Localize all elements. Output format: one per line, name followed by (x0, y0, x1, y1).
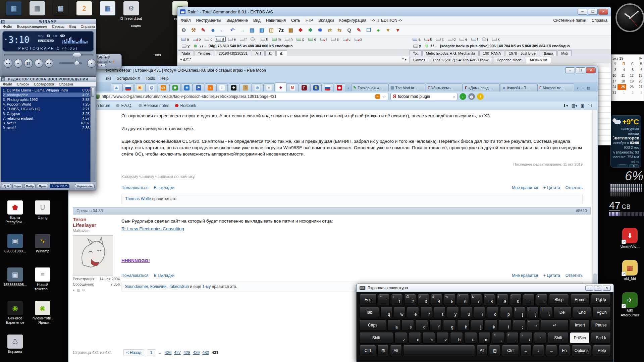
calendar-day[interactable]: 1 (618, 90, 626, 96)
drive-button[interactable]: d (215, 37, 226, 42)
key[interactable]: |\ (540, 307, 552, 318)
playlist-footer-button[interactable]: Удал (12, 184, 23, 188)
key[interactable]: Tab (359, 307, 379, 318)
key[interactable]: @2 (404, 294, 416, 305)
scrollbar-thumb[interactable] (91, 88, 94, 97)
playlist-item[interactable]: 2. photographic 4:05 (3, 93, 90, 97)
key[interactable]: s (401, 319, 414, 331)
drive-button[interactable]: r (319, 37, 329, 42)
nav-extra-button[interactable]: ↓ (460, 93, 466, 100)
drawer-pill-button[interactable]: ▼ (97, 64, 106, 67)
key[interactable]: Shift (359, 332, 393, 344)
menu-item[interactable]: Вид (69, 24, 76, 28)
liker-name[interactable]: Thomas Wolfe (125, 196, 151, 201)
drive-button[interactable]: d (446, 37, 457, 42)
drive-button[interactable]: x (353, 37, 364, 42)
drive-button[interactable]: m (270, 37, 282, 42)
desktop-icon[interactable]: ✈↗ MSI Afterburner (616, 292, 644, 317)
page-link[interactable]: 430 (202, 350, 209, 355)
key[interactable]: Shift (548, 332, 569, 344)
tab-strip-control[interactable]: › (575, 84, 580, 92)
playlist-item[interactable]: 9. axel f. 2:36 (3, 125, 90, 130)
toolbar-extra-icon[interactable]: ▣ (581, 103, 584, 108)
drive-button[interactable]: c (203, 37, 214, 42)
calendar-day[interactable]: 31 (611, 90, 618, 96)
key[interactable]: p (500, 307, 512, 318)
menu-item[interactable]: Инструменты (196, 18, 221, 23)
folder-tab[interactable]: Metro Exodus R.G. Mechaniki (422, 50, 479, 56)
drive-button[interactable]: p (295, 37, 306, 42)
desktop-icon[interactable]: ▦ (2, 1, 25, 16)
key[interactable]: #3 (418, 294, 429, 305)
key[interactable]: ^6 (457, 294, 469, 305)
folder-tab[interactable]: Даша (540, 50, 557, 56)
toolbar-button[interactable]: ← (218, 26, 227, 35)
toolbar-extra-icon[interactable]: 🖵 (588, 103, 592, 108)
menu-item[interactable]: Справка (80, 24, 95, 28)
key[interactable]: h (457, 319, 470, 331)
liker-more[interactable]: 1-му (202, 284, 211, 289)
key[interactable]: <, (492, 332, 505, 344)
playlist-footer-button[interactable]: Доб (2, 184, 11, 188)
pinned-tab[interactable]: ◗ (205, 83, 216, 92)
author-avatar[interactable] (73, 235, 113, 276)
desktop-icon[interactable]: ◉ nvidiaProfil.. - Ярлык (29, 301, 56, 335)
calendar-day[interactable]: 24 (611, 84, 618, 90)
rss-icon[interactable]: ⏦ (375, 94, 380, 99)
key[interactable]: &7 (470, 294, 482, 305)
volume-slider[interactable] (59, 62, 82, 64)
drive-button[interactable]: a (411, 37, 422, 42)
menu-item[interactable]: -> IT EDITION <- (372, 18, 402, 23)
key[interactable]: "' (527, 319, 539, 331)
toolbar-button[interactable]: ● (374, 26, 383, 35)
drive-button[interactable]: q (307, 37, 318, 42)
root-links[interactable]: \ \ .. (200, 44, 206, 48)
key[interactable]: n (464, 332, 477, 344)
key[interactable]: {[ (514, 307, 526, 318)
pinned-tab[interactable]: ✳ (181, 83, 193, 92)
drive-button[interactable]: b (423, 37, 434, 42)
calendar-day[interactable]: 2 (626, 90, 635, 96)
toolbar-button[interactable]: → (238, 26, 247, 35)
key[interactable]: Ctrl (502, 345, 519, 356)
volume-thumb[interactable] (74, 61, 79, 65)
folder-tab[interactable]: Games (410, 57, 429, 63)
menu-item[interactable]: Конфигурация (339, 18, 366, 23)
menu-item[interactable]: Выделение (226, 18, 248, 23)
key[interactable] (403, 345, 475, 356)
bookmark-link[interactable]: В закладки (154, 273, 175, 279)
search-icon[interactable]: ⌕ (453, 95, 455, 99)
key[interactable]: u (460, 307, 472, 318)
first-page-button[interactable]: 1 (147, 349, 155, 356)
playlist-scrollbar[interactable] (90, 87, 95, 182)
calendar-day[interactable]: 27 (635, 84, 644, 90)
drive-button[interactable]: j (249, 37, 258, 42)
bookmark-item[interactable]: F.A.Q. (116, 103, 132, 108)
bookmark-item[interactable]: Rosbank (175, 103, 196, 108)
calendar-day[interactable]: 3 (611, 67, 618, 73)
menu-item[interactable]: Системные папки (553, 18, 586, 23)
desktop-icon[interactable]: ⚙ l2-firebird.bat (119, 1, 143, 21)
key[interactable]: Caps (359, 319, 386, 331)
key[interactable]: i (474, 307, 486, 318)
network-icon[interactable]: ⊞ (425, 44, 428, 48)
folder-tab[interactable]: *entries (195, 50, 214, 56)
liker-names[interactable]: Soundoomer, Колючий, TakedaSun (125, 284, 189, 289)
key[interactable]: $4 (431, 294, 442, 305)
calendar-day[interactable]: 11 (618, 73, 626, 78)
page-link[interactable]: 426 (165, 350, 171, 355)
tab-strip-control[interactable]: ▤ (586, 84, 591, 92)
desktop-icon[interactable]: U U.png (29, 200, 56, 234)
drive-button[interactable]: c (434, 37, 445, 42)
menu-item[interactable]: Сервис (52, 24, 65, 28)
report-link[interactable]: Пожаловаться (121, 185, 149, 191)
maximize-button[interactable]: ❐ (588, 9, 598, 15)
calendar-day[interactable]: 19 (626, 78, 635, 84)
key[interactable]: Esc (359, 294, 377, 305)
drive-button[interactable]: k (259, 37, 270, 42)
drive-button-y[interactable]: y (412, 43, 423, 49)
menu-item[interactable]: Help (160, 76, 169, 81)
toolbar-button[interactable]: ↶ (228, 26, 237, 35)
page-link[interactable]: 428 (183, 350, 190, 355)
pinned-tab[interactable]: ok (158, 83, 169, 92)
